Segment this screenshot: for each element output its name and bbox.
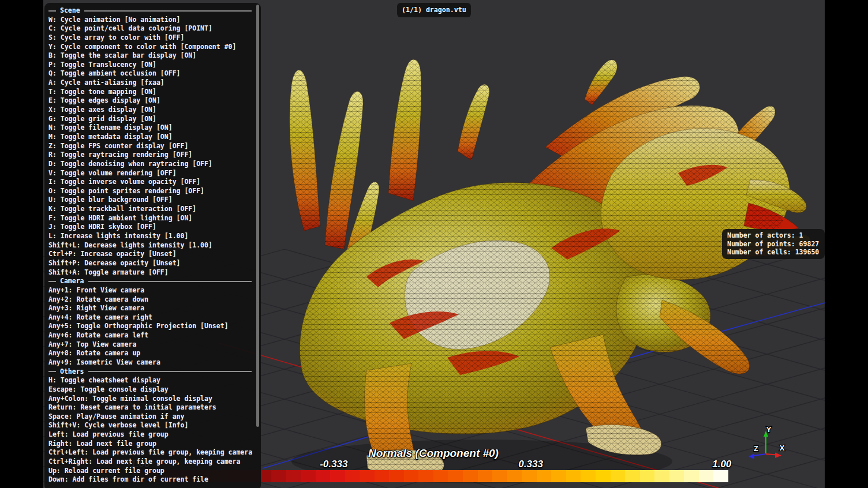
z-axis-arrow (754, 454, 766, 456)
cheatsheet-line: M: Toggle metadata display [ON] (48, 133, 256, 142)
scalar-bar-label: 1.00 (712, 459, 731, 470)
colormap-segment (581, 470, 596, 482)
colormap-segment (360, 470, 375, 482)
cheatsheet-line: C: Cycle point/cell data coloring [POINT… (48, 24, 256, 33)
cheatsheet-line: K: Toggle trackball interaction [OFF] (48, 205, 256, 214)
cheatsheet-line: Up: Reload current file group (48, 467, 256, 476)
cheatsheet-section: Others H: Toggle cheatsheet displayEscap… (48, 367, 256, 485)
cheatsheet-line: G: Toggle grid display [ON] (48, 115, 256, 124)
colormap-segment (478, 470, 493, 482)
colormap-segment (611, 470, 626, 482)
colormap-segment (551, 470, 566, 482)
colormap-segment (448, 470, 463, 482)
cheatsheet-line: Escape: Toggle console display (48, 385, 256, 395)
colormap-segment (375, 470, 390, 482)
cheatsheet-line: O: Toggle point sprites rendering [OFF] (48, 187, 256, 196)
cheatsheet-line: Shift+P: Decrease opacity [Unset] (48, 259, 256, 268)
cheatsheet-line: D: Toggle denoising when raytracing [OFF… (48, 160, 256, 169)
colormap-segment (625, 470, 640, 482)
colormap-segment (433, 470, 448, 482)
colormap-segment (330, 470, 345, 482)
cheatsheet-line: Any+1: Front View camera (48, 286, 256, 295)
cheatsheet-scrollbar[interactable] (256, 5, 259, 427)
section-title: Scene (60, 6, 80, 16)
metadata-line: Number of points: 69827 (727, 240, 820, 249)
cheatsheet-line: Return: Reset camera to initial paramete… (48, 403, 256, 412)
cheatsheet-line: Any+9: Isometric View camera (48, 358, 256, 367)
cheatsheet-line: Ctrl+P: Increase opacity [Unset] (48, 250, 256, 259)
colormap-segment (566, 470, 581, 482)
cheatsheet-sections: Scene W: Cycle animation [No animation]C… (48, 6, 256, 485)
colormap-segment (286, 470, 301, 482)
cheatsheet-line: Q: Toggle ambient occlusion [OFF] (48, 69, 256, 78)
cheatsheet-line: Z: Toggle FPS counter display [OFF] (48, 142, 256, 151)
cheatsheet-line: J: Toggle HDRI skybox [OFF] (48, 223, 256, 232)
cheatsheet-line: H: Toggle cheatsheet display (48, 376, 256, 385)
section-title: Camera (60, 277, 84, 286)
filename-badge: (1/1) dragon.vtu (397, 3, 471, 17)
cheatsheet-line: R: Toggle raytracing rendering [OFF] (48, 151, 256, 160)
cheatsheet-line: W: Cycle animation [No animation] (48, 16, 256, 25)
colormap-segment (463, 470, 478, 482)
cheatsheet-line: Shift+V: Cycle verbose level [Info] (48, 421, 256, 430)
cheatsheet-line: Left: Load previous file group (48, 430, 256, 440)
scalar-bar-label: 0.333 (518, 459, 543, 470)
cheatsheet-line: F: Toggle HDRI ambient lighting [ON] (48, 214, 256, 223)
colormap-segment (345, 470, 360, 482)
cheatsheet-line: E: Toggle edges display [ON] (48, 96, 256, 106)
colormap-segment (537, 470, 552, 482)
cheatsheet-line: Any+5: Toggle Orthographic Projection [U… (48, 322, 256, 331)
colormap-segment (654, 470, 669, 482)
cheatsheet-line: T: Toggle tone mapping [ON] (48, 88, 256, 97)
cheatsheet-section: Camera Any+1: Front View cameraAny+2: Ro… (48, 277, 256, 367)
section-header: Others (48, 367, 256, 377)
cheatsheet-line: X: Toggle axes display [ON] (48, 106, 256, 115)
cheatsheet-section: Scene W: Cycle animation [No animation]C… (48, 6, 256, 277)
colormap-segment (418, 470, 433, 482)
metadata-line: Number of cells: 139650 (727, 248, 820, 257)
colormap-segment (699, 470, 714, 482)
cheatsheet-line: Any+Colon: Toggle minimal console displa… (48, 395, 256, 404)
cheatsheet-line: Shift+L: Decrease lights intensity [1.00… (48, 241, 256, 250)
cheatsheet-line: I: Toggle inverse volume opacity [OFF] (48, 178, 256, 187)
axes-widget: Y X Z (730, 418, 811, 464)
cheatsheet-line: A: Cycle anti-aliasing [fxaa] (48, 78, 256, 88)
colormap-segment (669, 470, 684, 482)
cheatsheet-line: S: Cycle array to color with [OFF] (48, 33, 256, 43)
cheatsheet-line: P: Toggle Translucency [ON] (48, 61, 256, 70)
cheatsheet-line: Shift+A: Toggle armature [OFF] (48, 268, 256, 277)
section-title: Others (60, 367, 84, 377)
cheatsheet-line: Ctrl+Right: Load next file group, keepin… (48, 457, 256, 467)
section-header: Scene (48, 6, 256, 16)
cheatsheet-line: N: Toggle filename display [ON] (48, 123, 256, 133)
cheatsheet-line: Right: Load next file group (48, 440, 256, 449)
colormap-segment (713, 470, 728, 482)
scalar-bar-title: Normals (Component #0) (368, 447, 499, 460)
cheatsheet-line: Any+2: Rotate camera down (48, 295, 256, 305)
colormap-segment (316, 470, 331, 482)
cheatsheet-line: Space: Play/Pause animation if any (48, 412, 256, 422)
metadata-box: Number of actors: 1Number of points: 698… (722, 229, 825, 259)
section-items: Any+1: Front View cameraAny+2: Rotate ca… (48, 286, 256, 367)
cheatsheet-line: Down: Add files from dir of current file (48, 475, 256, 485)
cheatsheet-line: Any+8: Rotate camera up (48, 349, 256, 358)
z-arrowhead-icon (749, 453, 754, 459)
metadata-line: Number of actors: 1 (727, 231, 820, 240)
colormap-segment (301, 470, 316, 482)
colormap-segment (507, 470, 522, 482)
cheatsheet-line: Any+7: Top View camera (48, 340, 256, 350)
x-axis-arrow (766, 454, 776, 455)
x-axis-label: X (780, 444, 785, 452)
render-viewport[interactable]: Normals (Component #0) -1.00-0.3330.3331… (43, 0, 825, 488)
cheatsheet-line: U: Toggle blur background [OFF] (48, 196, 256, 205)
z-axis-label: Z (754, 444, 758, 453)
colormap-segment (522, 470, 537, 482)
colormap-segment (684, 470, 699, 482)
cheatsheet-line: B: Toggle the scalar bar display [ON] (48, 51, 256, 61)
cheatsheet-line: Any+6: Rotate camera left (48, 331, 256, 340)
cheatsheet-line: Any+4: Rotate camera right (48, 313, 256, 322)
cheatsheet-line: Any+3: Right View camera (48, 304, 256, 313)
cheatsheet-line: L: Increase lights intensity [1.00] (48, 232, 256, 241)
colormap-segment (404, 470, 419, 482)
cheatsheet-panel: Scene W: Cycle animation [No animation]C… (44, 3, 261, 488)
